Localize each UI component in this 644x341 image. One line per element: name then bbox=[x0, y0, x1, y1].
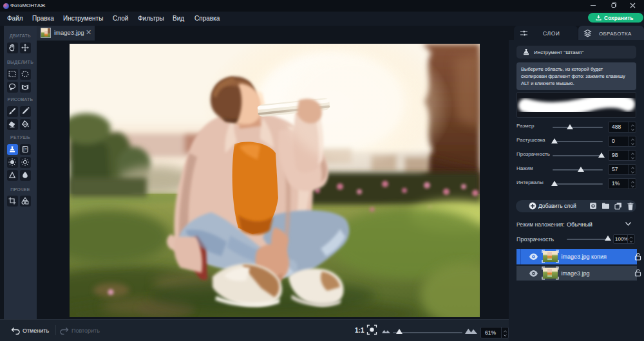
svg-text:?: ? bbox=[24, 147, 27, 151]
